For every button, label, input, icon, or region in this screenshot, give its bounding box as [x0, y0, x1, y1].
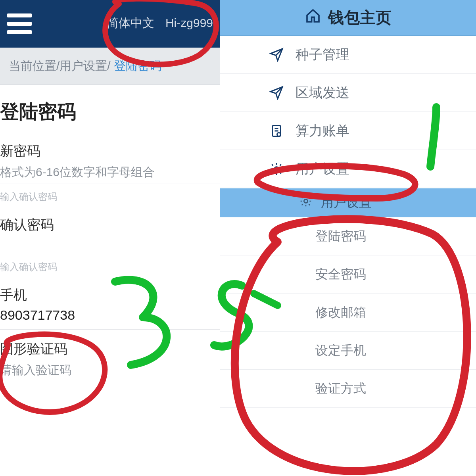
sub-item-login-password[interactable]: 登陆密码: [220, 217, 476, 255]
confirm-password-hint: 输入确认密码: [0, 254, 220, 276]
breadcrumb-current: 登陆密码: [114, 59, 161, 72]
svg-point-2: [274, 167, 279, 171]
app-header: 简体中文 Hi-zg999: [0, 0, 220, 48]
menu-label: 用户设置: [296, 160, 349, 178]
home-icon: [305, 8, 321, 27]
captcha-input[interactable]: 请输入验证码: [0, 360, 220, 379]
svg-point-3: [304, 199, 307, 203]
language-selector[interactable]: 简体中文: [107, 16, 154, 29]
right-screenshot: 钱包主页 种子管理 区域发送 算力账单: [220, 0, 476, 476]
new-password-label: 新密码: [0, 140, 220, 162]
phone-field: 手机 8903717738: [0, 276, 220, 330]
captcha-label: 图形验证码: [0, 338, 220, 360]
menu-label: 区域发送: [296, 84, 349, 102]
confirm-password-field: 确认密码 输入确认密码: [0, 205, 220, 276]
wallet-home-title: 钱包主页: [328, 7, 392, 29]
send-icon: [268, 46, 285, 63]
menu-item-area-send[interactable]: 区域发送: [220, 74, 476, 112]
page-title: 登陆密码: [0, 85, 220, 132]
subheader-label: 用户设置: [321, 194, 372, 211]
send-icon: [268, 84, 285, 102]
new-password-field: 新密码 格式为6-16位数字和字母组合 输入确认密码: [0, 132, 220, 205]
menu-item-hashrate-bill[interactable]: 算力账单: [220, 112, 476, 150]
sub-item-verify-method[interactable]: 验证方式: [220, 370, 476, 408]
left-screenshot: 简体中文 Hi-zg999 当前位置/用户设置/ 登陆密码 登陆密码 新密码 格…: [0, 0, 220, 476]
phone-label: 手机: [0, 284, 220, 306]
new-password-hint: 输入确认密码: [0, 184, 220, 205]
wallet-home-header[interactable]: 钱包主页: [220, 0, 476, 36]
menu-item-user-settings[interactable]: 用户设置: [220, 150, 476, 188]
main-menu: 种子管理 区域发送 算力账单 用户设置: [220, 36, 476, 188]
breadcrumb-path[interactable]: 当前位置/用户设置/: [9, 59, 114, 72]
sub-item-set-phone[interactable]: 设定手机: [220, 332, 476, 370]
menu-label: 种子管理: [296, 46, 349, 64]
menu-item-seed-manage[interactable]: 种子管理: [220, 36, 476, 74]
svg-point-1: [277, 132, 281, 136]
sub-item-security-password[interactable]: 安全密码: [220, 255, 476, 294]
captcha-field: 图形验证码 请输入验证码: [0, 330, 220, 379]
gear-icon: [299, 195, 312, 211]
user-greeting[interactable]: Hi-zg999: [165, 16, 213, 29]
password-rule-text: 格式为6-16位数字和字母组合: [0, 162, 220, 181]
settings-submenu: 登陆密码 安全密码 修改邮箱 设定手机 验证方式: [220, 217, 476, 408]
gear-icon: [268, 160, 285, 178]
sub-item-change-email[interactable]: 修改邮箱: [220, 294, 476, 332]
hamburger-menu-icon[interactable]: [7, 13, 32, 34]
bill-icon: [268, 122, 285, 140]
menu-label: 算力账单: [296, 122, 349, 140]
phone-value: 8903717738: [0, 306, 220, 327]
breadcrumb: 当前位置/用户设置/ 登陆密码: [0, 48, 220, 85]
header-right: 简体中文 Hi-zg999: [99, 15, 213, 31]
confirm-password-label: 确认密码: [0, 214, 220, 236]
user-settings-subheader[interactable]: 用户设置: [220, 188, 476, 217]
